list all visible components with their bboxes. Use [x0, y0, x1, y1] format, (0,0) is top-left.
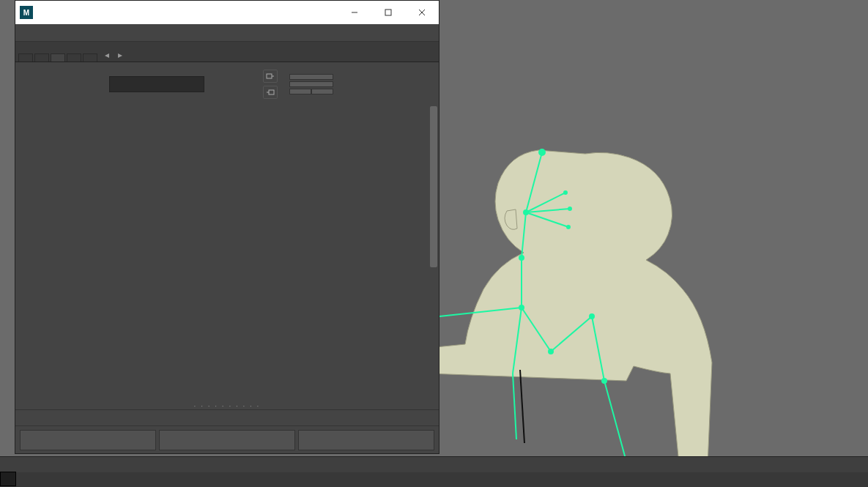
footer-buttons: [15, 425, 439, 453]
svg-point-7: [568, 207, 571, 210]
show-button[interactable]: [289, 89, 311, 94]
resizer-dots-icon: · · · · · · · · · ·: [194, 402, 261, 410]
svg-rect-30: [269, 90, 274, 94]
focus-button[interactable]: [289, 74, 333, 80]
notes-row[interactable]: [15, 409, 439, 425]
svg-point-20: [549, 349, 553, 354]
load-attributes-button[interactable]: [159, 430, 295, 450]
tab-hikproperties1[interactable]: [51, 53, 65, 62]
svg-line-23: [520, 370, 524, 443]
tab-spine-03[interactable]: [18, 53, 33, 62]
node-header: [15, 62, 439, 103]
svg-point-8: [567, 226, 570, 228]
hide-button[interactable]: [311, 89, 333, 94]
attribute-scroll-area: [15, 103, 439, 402]
svg-line-17: [604, 381, 626, 461]
scrollbar-thumb[interactable]: [430, 106, 437, 267]
pin-out-icon[interactable]: [263, 70, 278, 83]
copy-tab-button[interactable]: [298, 430, 434, 450]
menu-bar: [15, 24, 439, 42]
menu-help[interactable]: [108, 31, 122, 35]
panel-resizer[interactable]: · · · · · · · · · ·: [15, 402, 439, 409]
svg-point-22: [602, 379, 607, 383]
pin-in-icon[interactable]: [263, 86, 278, 99]
tab-rp-eric-rigged[interactable]: [34, 53, 49, 62]
minimize-button[interactable]: [338, 1, 371, 24]
tab-walk1-mocapexample[interactable]: [67, 53, 81, 62]
menu-display[interactable]: [78, 31, 93, 35]
svg-rect-25: [385, 10, 391, 15]
svg-point-21: [590, 314, 594, 319]
scrollbar[interactable]: [430, 106, 437, 399]
close-button[interactable]: [405, 1, 439, 24]
select-button[interactable]: [20, 430, 156, 450]
tab-prev-icon[interactable]: ◂: [102, 48, 112, 62]
maximize-button[interactable]: [371, 1, 405, 24]
presets-button[interactable]: [289, 81, 333, 87]
menu-attributes[interactable]: [64, 31, 78, 35]
tab-next-icon[interactable]: ▸: [115, 48, 125, 62]
svg-point-6: [564, 191, 567, 194]
playhead[interactable]: [0, 472, 16, 486]
titlebar[interactable]: M: [15, 1, 439, 24]
tab-walk1-hikproperti[interactable]: [83, 53, 97, 62]
node-name-field[interactable]: [109, 76, 204, 92]
svg-line-26: [419, 10, 425, 15]
maya-app-icon: M: [20, 6, 33, 19]
node-tabs: ◂ ▸: [15, 42, 439, 62]
svg-rect-28: [267, 74, 272, 78]
menu-list[interactable]: [20, 31, 34, 35]
svg-line-19: [513, 373, 516, 439]
menu-show[interactable]: [93, 31, 108, 35]
menu-focus[interactable]: [49, 31, 64, 35]
menu-selected[interactable]: [34, 31, 49, 35]
time-slider[interactable]: [0, 456, 868, 487]
attribute-editor-panel: M ◂ ▸: [15, 0, 439, 454]
svg-line-27: [419, 10, 425, 15]
